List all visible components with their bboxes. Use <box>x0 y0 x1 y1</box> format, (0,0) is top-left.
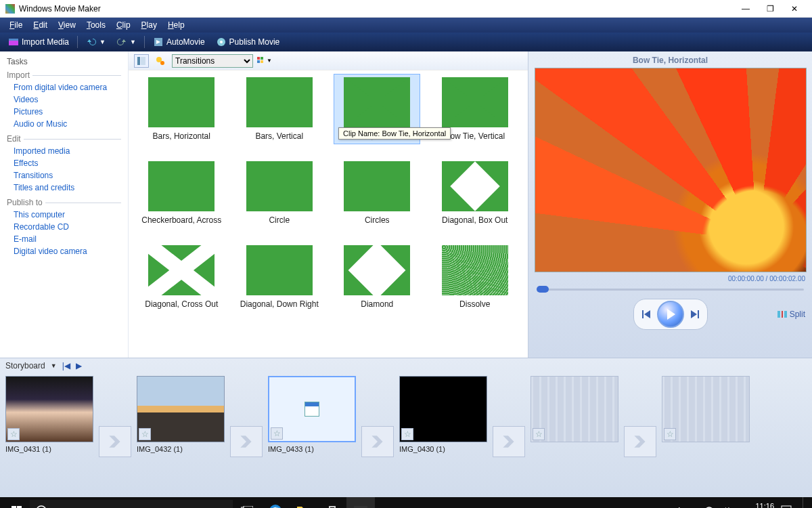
task-edit-titles[interactable]: Titles and credits <box>7 182 121 194</box>
close-button[interactable]: ✕ <box>782 0 807 18</box>
task-pub-cd[interactable]: Recordable CD <box>7 221 121 233</box>
clip-thumb[interactable]: ☆ <box>268 376 356 442</box>
clip-thumb[interactable]: ☆ <box>531 376 618 442</box>
task-pub-dvcam[interactable]: Digital video camera <box>7 245 121 257</box>
storyboard-clip[interactable]: ☆ <box>662 376 750 445</box>
preview-frame[interactable] <box>535 68 807 272</box>
notifications-icon[interactable] <box>781 505 792 508</box>
effects-star-icon[interactable]: ☆ <box>271 427 283 440</box>
tasks-group-edit: Edit <box>7 134 121 144</box>
transition-item[interactable]: Bars, Horizontal <box>138 77 225 141</box>
transition-slot[interactable] <box>361 426 394 457</box>
transition-thumb <box>148 77 215 127</box>
taskbar-app-edge[interactable] <box>261 497 290 508</box>
start-button[interactable] <box>3 497 30 508</box>
svg-rect-1 <box>9 39 18 41</box>
effects-star-icon[interactable]: ☆ <box>139 428 151 440</box>
effects-star-icon[interactable]: ☆ <box>401 428 413 440</box>
effects-shortcut-button[interactable] <box>153 54 168 68</box>
clip-thumb[interactable]: ☆ <box>662 376 750 442</box>
transition-thumb <box>344 77 410 127</box>
menu-bar: File Edit View Tools Clip Play Help <box>0 18 812 33</box>
view-toggle-button[interactable] <box>134 54 149 68</box>
storyboard-menu-arrow[interactable]: ▼ <box>51 362 57 369</box>
svg-rect-15 <box>777 311 780 318</box>
menu-file[interactable]: File <box>4 19 28 31</box>
clip-thumb[interactable]: ☆ <box>399 376 487 442</box>
effects-star-icon[interactable]: ☆ <box>664 428 676 440</box>
transition-slot[interactable] <box>624 426 656 457</box>
transition-item[interactable]: Circles <box>334 161 420 225</box>
view-options-button[interactable]: ▼ <box>257 54 272 68</box>
windows-taskbar: Ask me anything ˄ 11:16 07/12/2016 <box>0 497 812 508</box>
transition-slot-icon <box>500 433 518 450</box>
slider-knob[interactable] <box>537 286 549 293</box>
minimize-button[interactable]: — <box>734 0 758 18</box>
menu-clip[interactable]: Clip <box>111 19 136 31</box>
task-pub-email[interactable]: E-mail <box>7 233 121 245</box>
transition-item[interactable]: Diagonal, Down Right <box>236 245 323 309</box>
transition-thumb <box>442 245 508 295</box>
menu-play[interactable]: Play <box>136 19 162 31</box>
split-button[interactable]: Split <box>777 310 805 319</box>
menu-edit[interactable]: Edit <box>28 19 53 31</box>
maximize-button[interactable]: ❐ <box>758 0 782 18</box>
publish-movie-button[interactable]: Publish Movie <box>212 35 284 49</box>
menu-help[interactable]: Help <box>162 19 190 31</box>
storyboard-play-button[interactable]: ▶ <box>76 361 82 371</box>
taskbar-app-moviemaker[interactable] <box>346 497 375 508</box>
storyboard-clip[interactable]: ☆ IMG_0430 (1) <box>399 376 487 453</box>
play-button[interactable] <box>657 301 684 328</box>
transitions-gallery[interactable]: Bars, Horizontal Bars, Vertical Bow Tie,… <box>129 70 528 358</box>
transition-item[interactable]: Checkerboard, Across <box>138 161 225 225</box>
task-import-pictures[interactable]: Pictures <box>7 106 121 118</box>
storyboard-rewind-button[interactable]: |◀ <box>62 361 70 371</box>
svg-rect-9 <box>257 57 260 60</box>
clip-thumb[interactable]: ☆ <box>137 376 225 442</box>
taskbar-app-store[interactable] <box>318 497 346 508</box>
transition-item[interactable]: Dissolve <box>432 245 518 309</box>
effects-star-icon[interactable]: ☆ <box>533 428 545 440</box>
clip-thumb[interactable]: ☆ <box>5 376 93 442</box>
task-pub-computer[interactable]: This computer <box>7 209 121 221</box>
taskbar-app-explorer[interactable] <box>290 497 318 508</box>
cortana-icon <box>35 505 47 508</box>
transition-slot[interactable] <box>230 426 263 457</box>
cortana-search[interactable]: Ask me anything <box>30 500 233 508</box>
task-edit-imported[interactable]: Imported media <box>7 145 121 157</box>
task-view-button[interactable] <box>233 497 261 508</box>
redo-button[interactable]: ▼ <box>112 35 140 49</box>
next-frame-button[interactable] <box>685 307 703 322</box>
transition-item[interactable]: Circle <box>236 161 323 225</box>
time-display: 00:00:00.00 / 00:00:02.00 <box>534 272 807 285</box>
storyboard-clip[interactable]: ☆ IMG_0433 (1) <box>268 376 356 453</box>
transition-slot[interactable] <box>99 426 131 457</box>
task-edit-transitions[interactable]: Transitions <box>7 169 121 182</box>
undo-button[interactable]: ▼ <box>82 35 110 49</box>
clock[interactable]: 11:16 07/12/2016 <box>737 502 774 508</box>
import-media-button[interactable]: Import Media <box>4 35 73 49</box>
transition-item[interactable]: Diagonal, Box Out <box>432 161 518 225</box>
effects-star-icon[interactable]: ☆ <box>7 428 20 440</box>
transition-item[interactable]: Bars, Vertical <box>236 77 323 141</box>
show-desktop-button[interactable] <box>803 497 807 508</box>
menu-view[interactable]: View <box>53 19 81 31</box>
task-import-videos[interactable]: Videos <box>7 93 121 106</box>
task-edit-effects[interactable]: Effects <box>7 157 121 169</box>
menu-tools[interactable]: Tools <box>81 19 111 31</box>
task-import-audio[interactable]: Audio or Music <box>7 118 121 130</box>
prev-frame-button[interactable] <box>638 307 656 322</box>
storyboard-clip[interactable]: ☆ IMG_0431 (1) <box>5 376 93 453</box>
task-import-camera[interactable]: From digital video camera <box>7 81 121 93</box>
transition-item[interactable]: Diagonal, Cross Out <box>138 245 225 309</box>
transition-slot[interactable] <box>493 426 525 457</box>
storyboard-clip[interactable]: ☆ <box>531 376 618 445</box>
automovie-button[interactable]: AutoMovie <box>149 35 209 49</box>
storyboard-header: Storyboard ▼ |◀ ▶ <box>5 361 807 371</box>
seek-slider[interactable] <box>534 285 807 293</box>
storyboard-clip[interactable]: ☆ IMG_0432 (1) <box>137 376 225 453</box>
playback-controls: Split <box>534 299 807 330</box>
storyboard-track[interactable]: ☆ IMG_0431 (1)☆ IMG_0432 (1)☆ IMG_0433 (… <box>5 376 807 491</box>
collection-dropdown[interactable]: Transitions <box>172 54 253 68</box>
transition-item[interactable]: Diamond <box>334 245 420 309</box>
